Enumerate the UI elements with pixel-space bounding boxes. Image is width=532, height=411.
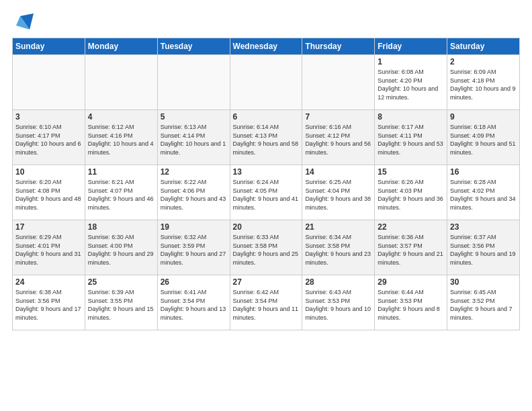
day-info: Sunrise: 6:37 AM Sunset: 3:56 PM Dayligh…: [450, 233, 517, 267]
calendar-week-row: 3Sunrise: 6:10 AM Sunset: 4:17 PM Daylig…: [13, 110, 520, 165]
day-number: 22: [378, 222, 444, 232]
day-number: 10: [15, 167, 82, 177]
day-info: Sunrise: 6:30 AM Sunset: 4:00 PM Dayligh…: [88, 233, 154, 267]
day-number: 19: [161, 222, 227, 232]
day-info: Sunrise: 6:25 AM Sunset: 4:04 PM Dayligh…: [305, 178, 371, 212]
day-number: 18: [88, 222, 154, 232]
calendar-cell: [302, 55, 375, 110]
day-info: Sunrise: 6:44 AM Sunset: 3:53 PM Dayligh…: [378, 288, 444, 322]
calendar-cell: 9Sunrise: 6:18 AM Sunset: 4:09 PM Daylig…: [447, 110, 520, 165]
day-info: Sunrise: 6:08 AM Sunset: 4:20 PM Dayligh…: [378, 68, 444, 101]
day-info: Sunrise: 6:41 AM Sunset: 3:54 PM Dayligh…: [161, 288, 227, 322]
calendar-cell: 15Sunrise: 6:26 AM Sunset: 4:03 PM Dayli…: [375, 165, 447, 220]
calendar-cell: 21Sunrise: 6:34 AM Sunset: 3:58 PM Dayli…: [302, 220, 375, 275]
day-number: 21: [305, 222, 371, 232]
day-info: Sunrise: 6:36 AM Sunset: 3:57 PM Dayligh…: [378, 233, 444, 267]
col-header-saturday: Saturday: [447, 38, 520, 55]
col-header-friday: Friday: [375, 38, 447, 55]
day-info: Sunrise: 6:42 AM Sunset: 3:54 PM Dayligh…: [233, 288, 300, 322]
calendar-cell: 26Sunrise: 6:41 AM Sunset: 3:54 PM Dayli…: [157, 275, 230, 330]
calendar-cell: 28Sunrise: 6:43 AM Sunset: 3:53 PM Dayli…: [302, 275, 375, 330]
calendar-cell: 29Sunrise: 6:44 AM Sunset: 3:53 PM Dayli…: [375, 275, 447, 330]
page: SundayMondayTuesdayWednesdayThursdayFrid…: [0, 0, 532, 411]
day-info: Sunrise: 6:28 AM Sunset: 4:02 PM Dayligh…: [450, 178, 517, 212]
calendar-cell: 30Sunrise: 6:45 AM Sunset: 3:52 PM Dayli…: [447, 275, 520, 330]
col-header-wednesday: Wednesday: [230, 38, 302, 55]
day-info: Sunrise: 6:32 AM Sunset: 3:59 PM Dayligh…: [161, 233, 227, 267]
calendar-cell: 2Sunrise: 6:09 AM Sunset: 4:18 PM Daylig…: [447, 55, 520, 110]
calendar-cell: 13Sunrise: 6:24 AM Sunset: 4:05 PM Dayli…: [230, 165, 302, 220]
calendar-cell: 22Sunrise: 6:36 AM Sunset: 3:57 PM Dayli…: [375, 220, 447, 275]
day-info: Sunrise: 6:21 AM Sunset: 4:07 PM Dayligh…: [88, 178, 154, 212]
calendar-cell: 10Sunrise: 6:20 AM Sunset: 4:08 PM Dayli…: [13, 165, 85, 220]
day-number: 9: [450, 112, 517, 122]
day-info: Sunrise: 6:29 AM Sunset: 4:01 PM Dayligh…: [15, 233, 82, 267]
calendar-cell: 3Sunrise: 6:10 AM Sunset: 4:17 PM Daylig…: [13, 110, 85, 165]
calendar-week-row: 17Sunrise: 6:29 AM Sunset: 4:01 PM Dayli…: [13, 220, 520, 275]
day-info: Sunrise: 6:34 AM Sunset: 3:58 PM Dayligh…: [305, 233, 371, 267]
day-number: 17: [15, 222, 82, 232]
day-number: 11: [88, 167, 154, 177]
day-info: Sunrise: 6:18 AM Sunset: 4:09 PM Dayligh…: [450, 123, 517, 156]
day-number: 12: [161, 167, 227, 177]
day-number: 7: [305, 112, 371, 122]
calendar-cell: 14Sunrise: 6:25 AM Sunset: 4:04 PM Dayli…: [302, 165, 375, 220]
calendar-cell: 11Sunrise: 6:21 AM Sunset: 4:07 PM Dayli…: [85, 165, 157, 220]
calendar-cell: 20Sunrise: 6:33 AM Sunset: 3:58 PM Dayli…: [230, 220, 302, 275]
calendar-week-row: 1Sunrise: 6:08 AM Sunset: 4:20 PM Daylig…: [13, 55, 520, 110]
day-info: Sunrise: 6:38 AM Sunset: 3:56 PM Dayligh…: [15, 288, 82, 322]
calendar-cell: 8Sunrise: 6:17 AM Sunset: 4:11 PM Daylig…: [375, 110, 447, 165]
calendar-cell: 19Sunrise: 6:32 AM Sunset: 3:59 PM Dayli…: [157, 220, 230, 275]
calendar-cell: 18Sunrise: 6:30 AM Sunset: 4:00 PM Dayli…: [85, 220, 157, 275]
day-number: 13: [233, 167, 300, 177]
calendar-cell: 27Sunrise: 6:42 AM Sunset: 3:54 PM Dayli…: [230, 275, 302, 330]
day-info: Sunrise: 6:14 AM Sunset: 4:13 PM Dayligh…: [233, 123, 300, 156]
col-header-sunday: Sunday: [13, 38, 85, 55]
day-info: Sunrise: 6:12 AM Sunset: 4:16 PM Dayligh…: [88, 123, 154, 156]
calendar-cell: 12Sunrise: 6:22 AM Sunset: 4:06 PM Dayli…: [157, 165, 230, 220]
day-info: Sunrise: 6:45 AM Sunset: 3:52 PM Dayligh…: [450, 288, 517, 322]
day-number: 14: [305, 167, 371, 177]
day-info: Sunrise: 6:17 AM Sunset: 4:11 PM Dayligh…: [378, 123, 444, 156]
day-number: 30: [450, 277, 517, 287]
calendar-cell: 7Sunrise: 6:16 AM Sunset: 4:12 PM Daylig…: [302, 110, 375, 165]
calendar-cell: [13, 55, 85, 110]
calendar-week-row: 24Sunrise: 6:38 AM Sunset: 3:56 PM Dayli…: [13, 275, 520, 330]
calendar-cell: 5Sunrise: 6:13 AM Sunset: 4:14 PM Daylig…: [157, 110, 230, 165]
calendar-cell: 24Sunrise: 6:38 AM Sunset: 3:56 PM Dayli…: [13, 275, 85, 330]
calendar-cell: 1Sunrise: 6:08 AM Sunset: 4:20 PM Daylig…: [375, 55, 447, 110]
day-info: Sunrise: 6:43 AM Sunset: 3:53 PM Dayligh…: [305, 288, 371, 322]
day-number: 6: [233, 112, 300, 122]
calendar-cell: 4Sunrise: 6:12 AM Sunset: 4:16 PM Daylig…: [85, 110, 157, 165]
day-info: Sunrise: 6:20 AM Sunset: 4:08 PM Dayligh…: [15, 178, 82, 212]
day-number: 8: [378, 112, 444, 122]
col-header-thursday: Thursday: [302, 38, 375, 55]
calendar-table: SundayMondayTuesdayWednesdayThursdayFrid…: [12, 38, 520, 330]
day-number: 15: [378, 167, 444, 177]
day-number: 5: [161, 112, 227, 122]
calendar-cell: 25Sunrise: 6:39 AM Sunset: 3:55 PM Dayli…: [85, 275, 157, 330]
calendar-week-row: 10Sunrise: 6:20 AM Sunset: 4:08 PM Dayli…: [13, 165, 520, 220]
header: [12, 11, 520, 31]
col-header-tuesday: Tuesday: [157, 38, 230, 55]
calendar-cell: [157, 55, 230, 110]
day-info: Sunrise: 6:16 AM Sunset: 4:12 PM Dayligh…: [305, 123, 371, 156]
day-number: 26: [161, 277, 227, 287]
calendar-header-row: SundayMondayTuesdayWednesdayThursdayFrid…: [13, 38, 520, 55]
col-header-monday: Monday: [85, 38, 157, 55]
day-number: 16: [450, 167, 517, 177]
calendar-cell: [230, 55, 302, 110]
day-number: 23: [450, 222, 517, 232]
day-number: 2: [450, 57, 517, 66]
day-info: Sunrise: 6:39 AM Sunset: 3:55 PM Dayligh…: [88, 288, 154, 322]
day-number: 20: [233, 222, 300, 232]
day-info: Sunrise: 6:09 AM Sunset: 4:18 PM Dayligh…: [450, 68, 517, 101]
day-info: Sunrise: 6:22 AM Sunset: 4:06 PM Dayligh…: [161, 178, 227, 212]
calendar-cell: [85, 55, 157, 110]
day-info: Sunrise: 6:24 AM Sunset: 4:05 PM Dayligh…: [233, 178, 300, 212]
day-number: 25: [88, 277, 154, 287]
logo-icon: [15, 11, 35, 31]
day-number: 1: [378, 57, 444, 66]
calendar-cell: 16Sunrise: 6:28 AM Sunset: 4:02 PM Dayli…: [447, 165, 520, 220]
day-number: 24: [15, 277, 82, 287]
